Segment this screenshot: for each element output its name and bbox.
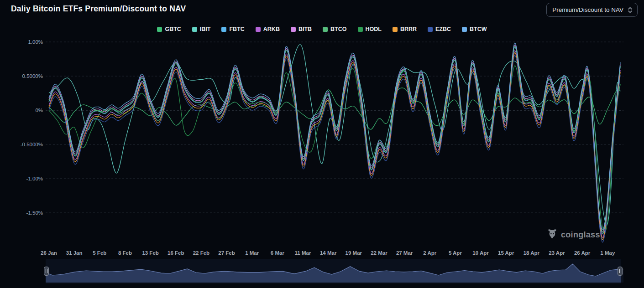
coinglass-etf-premium-page: Daliy Bitcoin ETFs Premium/Discount to N… [0,0,644,288]
legend-item-fbtc[interactable]: FBTC [221,26,244,32]
range-navigator[interactable] [46,259,623,283]
legend-label: FBTC [229,26,244,32]
series-line-btcw [49,43,620,230]
legend-label: BRRR [400,26,417,32]
y-tick-label: -0.5000% [0,141,43,148]
metric-select-value: Premium/Discount to NAV [552,6,623,13]
y-tick-label: 0% [0,107,43,114]
navigator-left-handle[interactable] [44,267,49,276]
y-tick-label: -1.00% [0,175,43,182]
legend-item-brrr[interactable]: BRRR [393,26,417,32]
legend-swatch [358,27,363,32]
legend-item-hodl[interactable]: HODL [358,26,382,32]
legend-swatch [323,27,328,32]
series-line-bitb [49,45,620,232]
chevron-up-down-icon [628,6,633,14]
coinglass-bull-icon [547,228,558,241]
legend-swatch [157,27,162,32]
legend-swatch [462,27,467,32]
page-title: Daliy Bitcoin ETFs Premium/Discount to N… [11,4,186,14]
legend-item-btco[interactable]: BTCO [323,26,346,32]
series-line-brrr [49,52,620,239]
legend-label: ARKB [263,26,280,32]
y-tick-label: -1.50% [0,209,43,216]
y-tick-label: 1.00% [0,38,43,46]
series-line-btco [49,46,620,233]
navigator-right-handle[interactable] [618,267,623,276]
legend-label: EZBC [435,26,451,32]
legend-swatch [291,27,296,32]
metric-select-dropdown[interactable]: Premium/Discount to NAV [546,3,638,17]
legend-label: BTCO [330,26,346,32]
chart-legend: GBTCIBITFBTCARKBBITBBTCOHODLBRRREZBCBTCW [0,26,644,32]
series-line-ezbc [49,55,620,242]
legend-label: BTCW [470,26,487,32]
legend-item-ibit[interactable]: IBIT [192,26,211,32]
legend-item-arkb[interactable]: ARKB [256,26,280,32]
y-tick-label: 0.5000% [0,72,43,80]
x-tick-label: 1 May [589,250,626,256]
legend-item-ezbc[interactable]: EZBC [428,26,451,32]
legend-label: BITB [298,26,312,32]
legend-label: GBTC [165,26,181,32]
watermark-text: coinglass [561,230,600,240]
legend-label: IBIT [200,26,211,32]
legend-swatch [256,27,261,32]
legend-label: HODL [366,26,382,32]
legend-swatch [192,27,197,32]
legend-item-gbtc[interactable]: GBTC [157,26,181,32]
navigator-area-chart [46,259,623,283]
legend-swatch [221,27,226,32]
legend-swatch [393,27,398,32]
series-line-fbtc [49,47,620,234]
series-line-arkb [49,51,620,237]
main-chart-plot[interactable] [46,39,623,249]
series-line-hodl [49,66,620,233]
legend-swatch [428,27,433,32]
coinglass-watermark: coinglass [547,228,600,241]
legend-item-btcw[interactable]: BTCW [462,26,487,32]
legend-item-bitb[interactable]: BITB [291,26,312,32]
